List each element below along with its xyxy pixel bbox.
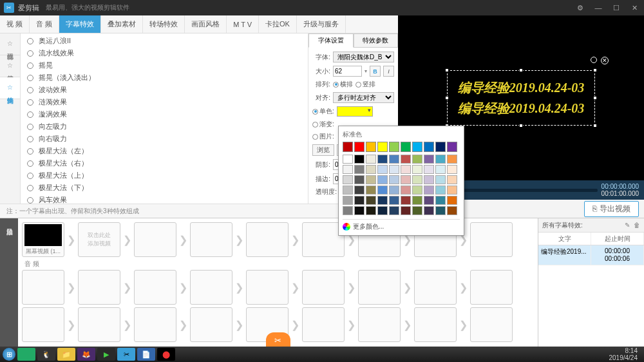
color-swatch[interactable] [343, 186, 353, 195]
delete-handle[interactable]: ✕ [601, 57, 609, 64]
color-swatch[interactable] [412, 155, 422, 164]
system-tray[interactable]: 8:14 2019/4/24 [609, 347, 642, 361]
color-swatch[interactable] [366, 165, 376, 174]
color-swatch[interactable] [343, 175, 353, 184]
color-swatch[interactable] [435, 142, 446, 152]
main-tab-7[interactable]: 卡拉OK [259, 15, 297, 33]
fx-item[interactable]: 极星大法（下） [21, 182, 308, 194]
color-swatch[interactable] [389, 206, 399, 215]
clip-slot[interactable] [358, 307, 401, 342]
color-swatch[interactable] [354, 155, 365, 164]
fx-item[interactable]: 漩涡效果 [21, 108, 308, 120]
fx-item[interactable]: 摇晃（淡入淡出） [21, 71, 308, 84]
color-swatch[interactable] [412, 175, 422, 184]
color-swatch[interactable] [412, 206, 422, 215]
fx-side-2[interactable]: ☆消失特效 [0, 77, 20, 99]
color-swatch[interactable] [412, 196, 422, 205]
clip-slot[interactable] [302, 270, 345, 305]
clip-slot[interactable] [78, 270, 120, 305]
clip-slot[interactable] [358, 270, 401, 305]
color-swatch[interactable] [401, 175, 411, 184]
more-colors-button[interactable]: 更多颜色... [343, 219, 460, 231]
clip-slot[interactable] [190, 222, 232, 257]
color-swatch[interactable] [401, 206, 411, 215]
color-swatch[interactable] [401, 186, 411, 195]
color-swatch[interactable] [435, 206, 446, 215]
task-app-6[interactable]: ✂ [117, 348, 135, 361]
color-swatch[interactable] [389, 186, 399, 195]
clip-slot[interactable] [470, 222, 513, 257]
edit-icon[interactable]: ✎ [625, 222, 630, 229]
color-swatch[interactable] [435, 175, 446, 184]
main-tab-1[interactable]: 音 频 [30, 15, 59, 33]
task-app-7[interactable]: 📄 [137, 348, 155, 361]
color-swatch[interactable] [424, 175, 434, 184]
fx-item[interactable]: 波动效果 [21, 84, 308, 96]
task-app-3[interactable]: 📁 [57, 348, 75, 361]
delete-icon[interactable]: 🗑 [634, 222, 640, 229]
color-swatch[interactable] [377, 196, 388, 205]
task-app-4[interactable]: 🦊 [77, 348, 95, 361]
main-tab-4[interactable]: 转场特效 [143, 15, 185, 33]
fx-item[interactable]: 风车效果 [21, 194, 308, 204]
clip-slot[interactable]: 黑幕视频 (1... [22, 222, 64, 257]
transition-slot[interactable]: ❯ [67, 319, 75, 331]
seek-bar[interactable] [450, 189, 598, 192]
color-image-radio[interactable]: 图片: [312, 132, 334, 141]
color-gradient-radio[interactable]: 渐变: [312, 120, 334, 129]
clip-slot[interactable] [134, 307, 176, 342]
main-tab-8[interactable]: 升级与服务 [297, 15, 346, 33]
clip-slot[interactable] [246, 222, 289, 257]
color-swatch-button[interactable] [337, 106, 373, 117]
color-swatch[interactable] [447, 142, 457, 152]
prop-tab-params[interactable]: 特效参数 [354, 33, 399, 48]
color-swatch[interactable] [401, 165, 411, 174]
transition-slot[interactable]: ❯ [291, 281, 299, 294]
transition-slot[interactable]: ❯ [403, 319, 412, 331]
color-swatch[interactable] [447, 196, 457, 205]
transition-slot[interactable]: ❯ [123, 281, 131, 294]
color-swatch[interactable] [424, 155, 434, 164]
transition-slot[interactable]: ❯ [179, 319, 187, 331]
clip-slot[interactable] [470, 307, 513, 342]
color-swatch[interactable] [377, 206, 388, 215]
transition-slot[interactable]: ❯ [179, 281, 187, 294]
subtitle-bounding-box[interactable]: ✕ 编导经验2019.04.24-03 编导经验2019.04.24-03 [447, 70, 596, 126]
color-swatch[interactable] [424, 142, 434, 152]
color-swatch[interactable] [366, 186, 376, 195]
color-swatch[interactable] [366, 206, 376, 215]
task-app-8[interactable]: ⬤ [157, 348, 175, 361]
font-select[interactable]: 潮阳尖魏体D_B [333, 52, 394, 62]
maximize-icon[interactable]: ☐ [611, 4, 622, 12]
size-input[interactable] [333, 66, 362, 77]
transition-slot[interactable]: ❯ [403, 281, 412, 294]
clip-slot[interactable] [190, 307, 232, 342]
transition-slot[interactable]: ❯ [347, 281, 355, 294]
fx-item[interactable]: 涟漪效果 [21, 96, 308, 108]
color-swatch[interactable] [343, 155, 353, 164]
clip-slot[interactable] [22, 307, 64, 342]
color-swatch[interactable] [389, 155, 399, 164]
color-swatch[interactable] [424, 186, 434, 195]
transition-slot[interactable]: ❯ [235, 319, 243, 331]
minimize-icon[interactable]: — [592, 4, 604, 12]
transition-slot[interactable]: ❯ [67, 281, 75, 294]
size-dropdown-icon[interactable]: ▾ [365, 68, 367, 74]
transition-slot[interactable]: ❯ [123, 319, 131, 331]
color-swatch[interactable] [435, 165, 446, 174]
color-swatch[interactable] [343, 165, 353, 174]
main-tab-0[interactable]: 视 频 [0, 15, 30, 33]
bold-button[interactable]: B [370, 66, 381, 77]
color-swatch[interactable] [435, 155, 446, 164]
fx-side-1[interactable]: ☆停留特效 [0, 55, 20, 77]
color-swatch[interactable] [377, 142, 388, 152]
color-swatch[interactable] [435, 186, 446, 195]
color-swatch[interactable] [389, 165, 399, 174]
clip-slot[interactable] [414, 270, 457, 305]
color-swatch[interactable] [401, 142, 411, 152]
color-swatch[interactable] [424, 206, 434, 215]
color-swatch[interactable] [447, 186, 457, 195]
color-swatch[interactable] [354, 186, 365, 195]
settings-icon[interactable]: ⚙ [574, 4, 586, 12]
main-tab-2[interactable]: 字幕特效 [59, 15, 101, 33]
